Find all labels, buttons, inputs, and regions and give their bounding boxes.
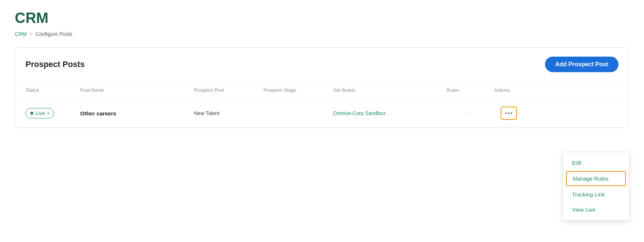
col-header-job-board: Job Board — [333, 87, 444, 93]
card-title: Prospect Posts — [25, 60, 85, 69]
table-container: Status Post Name Prospect Pool Prospect … — [15, 81, 629, 128]
status-badge-live[interactable]: Live ▾ — [25, 108, 54, 118]
prospect-pool: New Talent — [194, 110, 260, 116]
main-card: Prospect Posts Add Prospect Post Status … — [15, 47, 629, 128]
actions-cell — [494, 107, 524, 120]
page-header: CRM CRM > Configure Pools — [0, 0, 644, 47]
breadcrumb-current: Configure Pools — [35, 31, 72, 37]
card-header: Prospect Posts Add Prospect Post — [15, 48, 629, 81]
breadcrumb-crm-link[interactable]: CRM — [15, 31, 27, 37]
actions-dropdown-menu: Edit Manage Rules Tracking Link View Liv… — [563, 152, 629, 221]
dropdown-manage-rules[interactable]: Manage Rules — [566, 171, 626, 186]
col-header-rules: Rules — [447, 87, 491, 93]
chevron-down-icon: ▾ — [47, 111, 49, 115]
post-name: Other careers — [80, 110, 191, 117]
table-row: Live ▾ Other careers New Talent Omniva-C… — [15, 99, 629, 128]
status-cell: Live ▾ — [25, 108, 77, 118]
breadcrumb: CRM > Configure Pools — [15, 31, 629, 37]
rules-cell: - - — [447, 110, 491, 116]
app-title: CRM — [15, 9, 629, 27]
job-board-cell: Omniva-Corp Sandbox — [333, 110, 444, 117]
actions-menu-button[interactable] — [501, 107, 517, 120]
breadcrumb-separator: > — [30, 31, 33, 37]
dropdown-tracking-link[interactable]: Tracking Link — [563, 187, 629, 202]
dot-icon-2 — [508, 112, 510, 114]
status-dot — [30, 112, 33, 115]
dropdown-edit[interactable]: Edit — [563, 155, 629, 170]
status-label: Live — [35, 110, 45, 116]
col-header-post-name: Post Name — [80, 87, 191, 93]
col-header-prospect-stage: Prospect Stage — [263, 87, 330, 93]
job-board-link[interactable]: Omniva-Corp Sandbox — [333, 110, 385, 116]
page-wrapper: CRM CRM > Configure Pools Prospect Posts… — [0, 0, 644, 128]
col-header-status: Status — [25, 87, 77, 93]
col-header-prospect-pool: Prospect Pool — [194, 87, 260, 93]
dot-icon-1 — [505, 112, 507, 114]
add-prospect-post-button[interactable]: Add Prospect Post — [545, 57, 619, 72]
dot-icon-3 — [511, 112, 512, 114]
col-header-actions: Actions — [494, 87, 524, 93]
table-header: Status Post Name Prospect Pool Prospect … — [15, 81, 629, 99]
dropdown-view-live[interactable]: View Live — [563, 202, 629, 217]
